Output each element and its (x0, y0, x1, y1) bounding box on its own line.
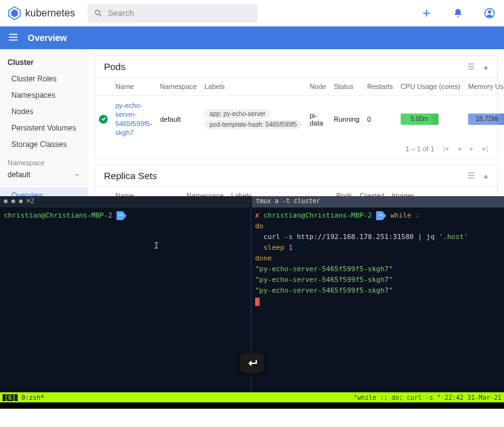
filter-icon[interactable]: ☰ (467, 171, 475, 180)
cmd-while: while : (391, 211, 420, 219)
cmd-done: done (255, 254, 272, 262)
pod-status: Running (330, 96, 364, 143)
prompt-error-icon: ✘ (255, 211, 260, 219)
pager-range: 1 – 1 of 1 (405, 145, 434, 153)
col-mem: Memory Usage (bytes) (464, 78, 504, 96)
col-restarts: Restarts (364, 78, 397, 96)
output-line: "py-echo-server-5465f599f5-skgh7" (255, 276, 393, 284)
prompt-user: christian@Christians-MBP-2 (4, 211, 112, 219)
pods-card: Pods ☰ ▴ Name Namespace Labels Node Stat… (94, 56, 498, 158)
namespace-value: default (8, 170, 30, 179)
terminal-tab-right[interactable]: tmux a -t cluster (251, 196, 504, 208)
replicasets-table: Name Namespace Labels Pods Created Image… (95, 187, 497, 196)
sidebar-item-storage-classes[interactable]: Storage Classes (0, 136, 88, 153)
col-name: Name (112, 187, 183, 196)
pod-namespace: default (156, 96, 201, 143)
content: Pods ☰ ▴ Name Namespace Labels Node Stat… (88, 49, 504, 196)
account-icon (484, 8, 495, 19)
tmux-status-bar: [6] [6] 0:zsh*0:zsh* "while :; do; curl … (0, 392, 504, 402)
terminal-pane-left[interactable]: christian@Christians-MBP-2 ~ 𝙸 (0, 208, 251, 397)
sidebar: Cluster Cluster Roles Namespaces Nodes P… (0, 49, 88, 196)
account-button[interactable] (483, 8, 496, 19)
mem-usage-bar: 18.72Mi (468, 114, 504, 125)
sidebar-item-cluster-roles[interactable]: Cluster Roles (0, 71, 88, 87)
pager-last[interactable]: ▸| (483, 144, 488, 153)
sidebar-item-namespaces[interactable]: Namespaces (0, 87, 88, 103)
plus-icon (421, 8, 432, 18)
prompt-path-icon: ~ (117, 211, 127, 220)
cmd-do: do (255, 222, 263, 230)
pods-table: Name Namespace Labels Node Status Restar… (95, 78, 504, 142)
notifications-button[interactable] (451, 8, 465, 18)
col-status: Status (330, 78, 364, 96)
menu-toggle[interactable] (8, 32, 19, 45)
page-title: Overview (28, 33, 67, 43)
output-line: "py-echo-server-5465f599f5-skgh7" (255, 286, 393, 295)
col-pods: Pods (333, 187, 356, 196)
top-bar: kubernetes Search (0, 0, 504, 26)
status-right: "while :; do; curl -s " 22:42 31-Mar-21 (353, 394, 501, 401)
enter-key-overlay (240, 353, 264, 373)
output-line: "py-echo-server-5465f599f5-skgh7" (255, 265, 393, 273)
kubernetes-logo-icon (8, 6, 21, 20)
cmd-curl: curl -s http://192.168.178.251:31580 | j… (255, 233, 468, 241)
svg-point-7 (488, 10, 491, 13)
col-created: Created (356, 187, 388, 196)
terminal-tab-left[interactable]: ● ● ● ⌘2 (0, 196, 251, 208)
sidebar-item-nodes[interactable]: Nodes (0, 103, 88, 120)
col-name: Name (112, 78, 156, 96)
pod-name-link[interactable]: py-echo-server-5465f599f5-skgh7 (115, 102, 152, 136)
pods-title: Pods (104, 61, 459, 72)
svg-marker-1 (11, 9, 18, 17)
replicasets-card: Replica Sets ☰ ▴ Name Namespace Labels P… (94, 165, 498, 196)
prompt-user: christian@Christians-MBP-2 (263, 211, 372, 219)
col-labels: Labels (227, 187, 333, 196)
cpu-usage-bar: 5.00m (401, 114, 438, 125)
pager: 1 – 1 of 1 |◂ ◂ ▸ ▸| (95, 142, 497, 158)
replicasets-title: Replica Sets (104, 170, 459, 181)
text-cursor-icon: 𝙸 (154, 239, 159, 253)
pod-restarts: 0 (364, 96, 397, 143)
label-chip: app: py-echo-server (204, 109, 270, 119)
brand-text: kubernetes (25, 8, 75, 19)
logo[interactable]: kubernetes (8, 6, 75, 20)
sidebar-section-cluster[interactable]: Cluster (0, 54, 88, 71)
search-icon (94, 9, 103, 18)
col-labels: Labels (200, 78, 306, 96)
terminal-cursor (255, 298, 260, 306)
svg-point-2 (96, 10, 100, 15)
table-row: py-echo-server-5465f599f5-skgh7 default … (95, 96, 504, 143)
col-cpu: CPU Usage (cores) (397, 78, 464, 96)
hamburger-icon (8, 32, 19, 43)
create-button[interactable] (420, 8, 433, 18)
terminal[interactable]: ● ● ● ⌘2 tmux a -t cluster christian@Chr… (0, 196, 504, 409)
search-input[interactable]: Search (88, 4, 258, 23)
pager-first[interactable]: |◂ (443, 144, 449, 153)
col-images: Images (388, 187, 481, 196)
sidebar-item-persistent-volumes[interactable]: Persistent Volumes (0, 120, 88, 136)
collapse-icon[interactable]: ▴ (484, 171, 488, 180)
breadcrumb-bar: Overview (0, 26, 504, 49)
status-left: [6] [6] 0:zsh*0:zsh* (3, 394, 353, 401)
col-namespace: Namespace (156, 78, 201, 96)
namespace-selector[interactable]: default (0, 168, 88, 185)
col-namespace: Namespace (183, 187, 227, 196)
filter-icon[interactable]: ☰ (467, 62, 475, 71)
pager-prev[interactable]: ◂ (457, 144, 461, 153)
namespace-label: Namespace (0, 153, 88, 168)
enter-icon (245, 357, 259, 370)
main-area: Cluster Cluster Roles Namespaces Nodes P… (0, 49, 504, 196)
terminal-pane-right[interactable]: ✘ christian@Christians-MBP-2 ~ while : d… (251, 208, 504, 397)
prompt-path-icon: ~ (376, 211, 386, 220)
search-placeholder: Search (108, 8, 134, 18)
svg-line-3 (100, 14, 101, 16)
collapse-icon[interactable]: ▴ (484, 62, 488, 71)
pager-next[interactable]: ▸ (470, 144, 474, 153)
label-chip: pod-template-hash: 5465f599f5 (204, 120, 302, 129)
col-node: Node (306, 78, 329, 96)
cmd-sleep: sleep 1 (255, 243, 293, 252)
chevron-down-icon (74, 172, 80, 178)
status-ok-icon (99, 115, 108, 124)
bell-icon (453, 8, 463, 18)
pod-node: pi-data (306, 96, 329, 143)
